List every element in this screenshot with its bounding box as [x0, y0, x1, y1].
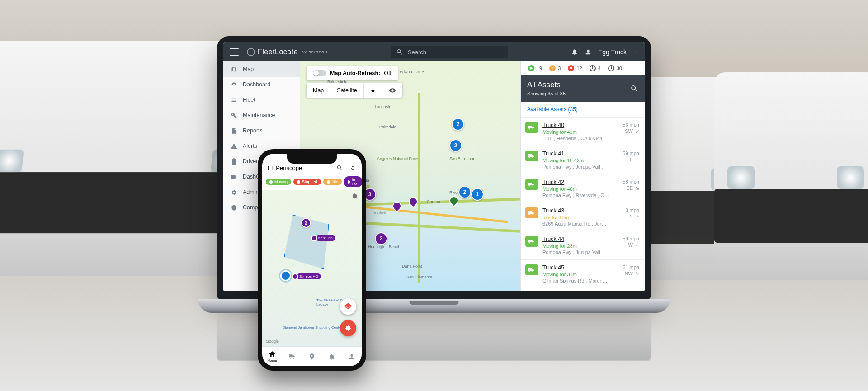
bell2-icon — [328, 353, 335, 360]
assets-panel-showing: Showing 35 of 35 — [527, 91, 566, 96]
status-stopped[interactable]: ■12 — [565, 65, 585, 71]
phone-cluster[interactable]: 2 — [301, 218, 311, 228]
asset-row[interactable]: Truck 43Idle for 13m6269 Agua Mansa Rd ,… — [521, 203, 645, 231]
map-cluster-2b[interactable]: 2 — [375, 232, 387, 245]
asset-status: Moving for 31m — [542, 272, 618, 277]
map-cluster-2c[interactable]: 2 — [452, 118, 464, 131]
phone-tab-alerts[interactable] — [322, 347, 342, 366]
asset-state-badge — [525, 236, 538, 247]
map-favorite[interactable]: ★ — [363, 83, 382, 98]
clipboard-icon — [231, 158, 237, 165]
assets-panel: ▶19 II3 ■12 4 30 All Assets Showing 35 o… — [520, 61, 645, 291]
heading-arrow-icon: ↘ — [635, 186, 639, 190]
status-power2[interactable]: 30 — [605, 65, 625, 71]
user-name[interactable]: Egg Truck — [598, 48, 627, 56]
phone-tab-home[interactable]: Home — [262, 347, 282, 366]
truck-icon — [528, 267, 535, 273]
status-power1[interactable]: 4 — [587, 65, 604, 71]
phone-tag-spireon[interactable]: Spireon HQ — [297, 273, 321, 279]
heading-arrow-icon: ↖ — [635, 271, 639, 276]
search-input[interactable]: Search — [391, 46, 508, 58]
chip-stopped[interactable]: Stopped — [293, 179, 321, 185]
asset-row[interactable]: Truck 45Moving for 31mGilman Springs Rd … — [521, 260, 645, 288]
globe-icon — [247, 48, 255, 56]
chip-idle[interactable]: Idle — [323, 179, 342, 185]
asset-row[interactable]: Truck 41Moving for 1h 42mPomona Fwy , Ju… — [521, 146, 645, 174]
map-view-switch: Map Satellite ★ — [307, 83, 402, 98]
chip-moving[interactable]: Moving — [266, 179, 291, 185]
asset-name: Truck 43 — [542, 207, 621, 214]
map-view-sat[interactable]: Satellite — [330, 83, 363, 98]
user-icon[interactable] — [585, 48, 592, 56]
phone-title: FL Periscope — [268, 165, 302, 171]
map-view-map[interactable]: Map — [307, 83, 330, 98]
status-idle[interactable]: II3 — [547, 65, 563, 71]
app-header: FleetLocate BY SPIREON Search Egg Truck — [223, 42, 645, 61]
map-cluster-2d[interactable]: 2 — [449, 139, 462, 152]
asset-status: Moving for 40m — [542, 186, 618, 192]
asset-state-badge — [525, 264, 538, 275]
phone-refresh-icon[interactable] — [349, 165, 356, 171]
map-label-hunt: Huntington Beach — [368, 245, 401, 249]
asset-row[interactable]: Truck 40Moving for 41mI- 15 , Hesperia ,… — [521, 118, 645, 146]
phone-search-icon[interactable] — [336, 165, 343, 171]
map-label-lancaster: Lancaster — [375, 104, 393, 109]
asset-name: Truck 42 — [542, 179, 618, 185]
phone-tab-places[interactable] — [302, 347, 322, 366]
asset-status: Idle for 13m — [542, 215, 621, 220]
map-pin-green[interactable] — [448, 194, 460, 207]
nav-maintenance-label: Maintenance — [243, 112, 275, 118]
wrench-icon — [231, 112, 237, 119]
assets-search-icon[interactable] — [630, 85, 638, 93]
phone-map[interactable]: ⬢ 2 Kent Job Spireon HQ The District at … — [262, 190, 362, 346]
truck-icon — [528, 239, 535, 244]
status-moving[interactable]: ▶19 — [525, 65, 545, 71]
asset-location: Pomona Fwy , Jurupa Vall… — [542, 250, 618, 255]
asset-location: Gilman Springs Rd , Moren… — [542, 278, 618, 283]
nav-fleet-label: Fleet — [243, 97, 255, 103]
search-placeholder: Search — [408, 49, 426, 56]
available-assets-link[interactable]: Available Assets (35) — [521, 102, 645, 118]
nav-maintenance[interactable]: Maintenance — [223, 108, 300, 123]
gear-icon — [231, 189, 237, 196]
asset-state-badge — [525, 151, 538, 161]
truck-icon — [528, 210, 535, 216]
nav-reports[interactable]: Reports — [223, 123, 300, 138]
asset-speed: 56 mph — [623, 122, 639, 127]
status-strip: ▶19 II3 ■12 4 30 — [521, 61, 645, 75]
phone-notch — [287, 154, 337, 164]
brand-logo: FleetLocate BY SPIREON — [247, 48, 328, 56]
phone-locate-fab[interactable] — [340, 320, 356, 336]
nav-dashboard[interactable]: Dashboard — [223, 77, 300, 92]
phone-tab-profile[interactable] — [342, 347, 362, 366]
map-visibility[interactable] — [382, 83, 402, 98]
alert-icon — [231, 143, 237, 150]
chevron-down-icon[interactable] — [633, 48, 638, 56]
truck-icon — [528, 182, 535, 187]
map-cluster-1[interactable]: 1 — [471, 188, 484, 201]
phone-tab-fleet[interactable] — [282, 347, 302, 366]
asset-row[interactable]: Truck 44Moving for 23mPomona Fwy , Jurup… — [521, 231, 645, 260]
map-label-sbnf: San Bernardino — [449, 156, 478, 161]
person-icon — [348, 353, 355, 360]
map-label-corona: Corona — [427, 199, 440, 204]
auto-refresh-label: Map Auto-Refresh: — [330, 70, 380, 76]
phone-tag-kent[interactable]: Kent Job — [316, 235, 335, 241]
nav-map[interactable]: Map — [223, 61, 300, 77]
menu-button[interactable] — [230, 48, 239, 56]
phone-layers-fab[interactable] — [340, 298, 356, 315]
layers-hex-icon[interactable]: ⬢ — [352, 193, 357, 199]
chip-in-lm[interactable]: In LM — [344, 176, 362, 187]
asset-row[interactable]: Truck 42Moving for 40mPomona Fwy , River… — [521, 174, 645, 203]
brand-byline: BY SPIREON — [302, 51, 328, 54]
asset-heading: SW — [625, 128, 633, 134]
asset-location: 6269 Agua Mansa Rd , Jur… — [542, 221, 621, 226]
bell-icon[interactable] — [571, 48, 578, 56]
auto-refresh-toggle[interactable]: Map Auto-Refresh: Off — [307, 66, 398, 80]
nav-fleet[interactable]: Fleet — [223, 92, 300, 108]
assets-list[interactable]: Truck 40Moving for 41mI- 15 , Hesperia ,… — [521, 118, 645, 291]
phone-current-location[interactable] — [280, 270, 291, 281]
home-icon — [269, 350, 276, 358]
map-cluster-2e[interactable]: 2 — [458, 186, 471, 198]
asset-speed: 61 mph — [623, 264, 639, 270]
